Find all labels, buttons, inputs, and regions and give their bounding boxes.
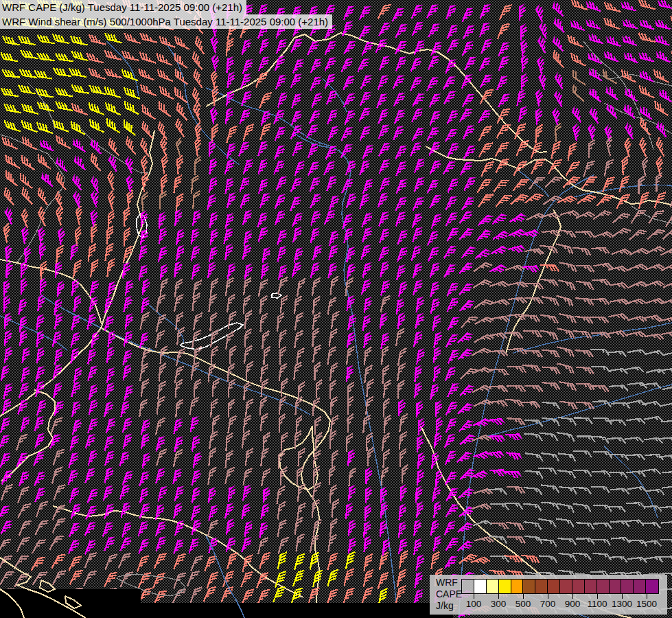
legend-cell [462,580,474,593]
title-wind-shear: WRF Wind shear (m/s) 500/1000hPa Tuesday… [0,14,332,29]
legend-cell [548,580,560,593]
legend-colorbar [461,579,659,594]
legend-tick [597,594,598,599]
legend-cell [572,580,585,593]
legend-cell [597,580,610,593]
legend-cell [474,580,487,593]
river [459,175,594,618]
lake-outline [272,293,281,298]
legend-cell [634,580,646,593]
legend-tick [498,594,499,599]
legend-tick [474,594,474,599]
legend-tick [572,594,573,599]
legend-cell [560,580,572,593]
legend-tick [622,594,623,599]
legend-cell [646,580,658,593]
title-cape: WRF CAPE (J/kg) Tuesday 11-11-2025 09:00… [0,0,246,14]
legend-cell [585,580,597,593]
cape-legend: WRF CAPE J/kg 10030050070090011001300150… [430,575,667,615]
legend-tick-label: 1500 [632,599,662,609]
river [513,323,672,353]
legend-tick [523,594,524,599]
wind-barbs [0,137,672,618]
legend-cell [523,580,535,593]
legend-label-model: WRF [436,577,462,588]
legend-cell [621,580,634,593]
legend-cell [610,580,622,593]
legend-tick [548,594,548,599]
river [106,41,139,96]
legend-cell [535,580,548,593]
title-block: WRF CAPE (J/kg) Tuesday 11-11-2025 09:00… [0,0,332,29]
legend-tick [647,594,647,599]
map-canvas [0,0,672,618]
legend-cell [511,580,524,593]
legend-cell [487,580,499,593]
country-border [0,327,102,416]
country-border [0,260,102,324]
weather-map: WRF CAPE (J/kg) Tuesday 11-11-2025 09:00… [0,0,672,618]
country-border [53,506,303,597]
legend-cell [499,580,511,593]
county-border [604,103,672,134]
river [487,385,672,436]
county-border [632,206,672,223]
